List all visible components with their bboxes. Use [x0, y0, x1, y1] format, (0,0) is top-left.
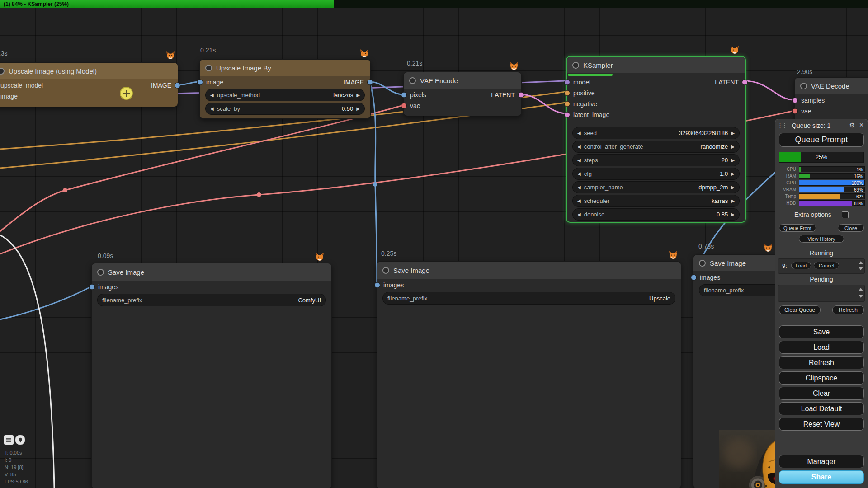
- node-title-bar[interactable]: Save Image: [377, 262, 681, 279]
- collapse-dot-icon[interactable]: [382, 267, 389, 274]
- input-port-samples[interactable]: [792, 98, 798, 103]
- widget-filename-prefix[interactable]: filename_prefix ComfyUI: [97, 294, 326, 306]
- collapse-dot-icon[interactable]: [0, 68, 5, 75]
- node-title-bar[interactable]: VAE Encode: [404, 72, 521, 89]
- decrement-arrow-icon[interactable]: ◀: [577, 199, 581, 203]
- save-button[interactable]: Save: [779, 325, 864, 338]
- decrement-arrow-icon[interactable]: ◀: [577, 185, 581, 190]
- output-port-image[interactable]: [367, 80, 373, 85]
- node-vae-decode[interactable]: VAE Decode samples vae: [794, 77, 868, 122]
- node-title-bar[interactable]: Save Image: [92, 263, 331, 281]
- node-save-image-2[interactable]: Save Image images filename_prefix Upscal…: [377, 261, 681, 488]
- drag-grip-icon[interactable]: ⋮⋮: [777, 122, 786, 129]
- node-title: VAE Encode: [420, 77, 458, 84]
- input-port-pixels[interactable]: [401, 92, 407, 98]
- scroll-up-icon[interactable]: [859, 288, 863, 291]
- decrement-arrow-icon[interactable]: ◀: [577, 131, 581, 136]
- increment-arrow-icon[interactable]: ▶: [356, 107, 360, 111]
- node-title-bar[interactable]: VAE Decode: [795, 78, 868, 94]
- increment-arrow-icon[interactable]: ▶: [731, 212, 735, 217]
- node-title-bar[interactable]: Upscale Image (using Model): [0, 63, 178, 79]
- input-port-latent-image[interactable]: [564, 112, 570, 118]
- share-button[interactable]: Share: [779, 470, 864, 484]
- widget-upscale-method[interactable]: ◀ upscale_method lanczos ▶: [205, 89, 365, 101]
- comfy-menu-panel[interactable]: ⋮⋮ Queue size: 1 ⚙ × Queue Prompt 25% CP…: [775, 119, 868, 488]
- collapse-dot-icon[interactable]: [800, 83, 807, 89]
- collapse-dot-icon[interactable]: [97, 269, 104, 276]
- increment-arrow-icon[interactable]: ▶: [731, 158, 735, 163]
- input-port-vae[interactable]: [792, 108, 798, 114]
- node-save-image-1[interactable]: Save Image images filename_prefix ComfyU…: [91, 263, 332, 488]
- widget-scheduler[interactable]: ◀ scheduler karras ▶: [572, 195, 740, 207]
- clear-button[interactable]: Clear: [779, 387, 864, 400]
- collapse-dot-icon[interactable]: [205, 65, 212, 71]
- load-button[interactable]: Load: [779, 341, 864, 354]
- output-port-latent[interactable]: [742, 80, 748, 85]
- clipspace-button[interactable]: Clipspace: [779, 371, 864, 385]
- close-button[interactable]: Close: [838, 224, 864, 232]
- node-ksampler[interactable]: KSampler model LATENT positive negative …: [566, 56, 746, 223]
- decrement-arrow-icon[interactable]: ◀: [210, 93, 214, 98]
- notifications-bell-button[interactable]: [15, 435, 25, 445]
- scroll-up-icon[interactable]: [859, 261, 863, 264]
- increment-arrow-icon[interactable]: ▶: [731, 145, 735, 149]
- decrement-arrow-icon[interactable]: ◀: [577, 172, 581, 176]
- load-default-button[interactable]: Load Default: [779, 402, 864, 415]
- scroll-down-icon[interactable]: [859, 267, 863, 270]
- node-title-bar[interactable]: KSampler: [567, 57, 745, 73]
- scroll-down-icon[interactable]: [859, 295, 863, 298]
- refresh-button[interactable]: Refresh: [779, 356, 864, 369]
- input-port-images[interactable]: [374, 282, 380, 288]
- reset-view-button[interactable]: Reset View: [779, 418, 864, 431]
- widget-cfg[interactable]: ◀ cfg 1.0 ▶: [572, 168, 740, 180]
- increment-arrow-icon[interactable]: ▶: [731, 131, 735, 136]
- output-port-image[interactable]: [175, 83, 180, 89]
- hud-stat-time: T: 0.00s: [5, 450, 22, 455]
- widget-filename-prefix[interactable]: filename_prefix Upscale: [382, 292, 675, 305]
- queue-front-button[interactable]: Queue Front: [779, 224, 816, 232]
- input-port-model[interactable]: [564, 80, 570, 85]
- load-queue-item-button[interactable]: Load: [791, 262, 811, 269]
- increment-arrow-icon[interactable]: ▶: [731, 185, 735, 190]
- comfyui-canvas[interactable]: 13s Upscale Image (using Model) upscale_…: [0, 0, 868, 488]
- node-vae-encode[interactable]: VAE Encode pixels LATENT vae: [403, 72, 522, 116]
- widget-steps[interactable]: ◀ steps 20 ▶: [572, 154, 740, 166]
- node-upscale-image-by[interactable]: Upscale Image By image IMAGE ◀ upscale_m…: [199, 59, 371, 119]
- collapse-dot-icon[interactable]: [699, 260, 706, 267]
- widget-sampler-name[interactable]: ◀ sampler_name dpmpp_2m ▶: [572, 181, 740, 193]
- extra-options-checkbox[interactable]: [842, 211, 849, 218]
- increment-arrow-icon[interactable]: ▶: [731, 172, 735, 176]
- input-port-positive[interactable]: [564, 90, 570, 96]
- cancel-queue-item-button[interactable]: Cancel: [814, 262, 839, 269]
- manager-button[interactable]: Manager: [779, 455, 864, 468]
- increment-arrow-icon[interactable]: ▶: [731, 199, 735, 203]
- decrement-arrow-icon[interactable]: ◀: [577, 158, 581, 163]
- widget-control-after-generate[interactable]: ◀ control_after_generate randomize ▶: [572, 141, 740, 153]
- clear-queue-button[interactable]: Clear Queue: [779, 305, 821, 314]
- input-port-images[interactable]: [691, 275, 697, 281]
- collapse-dot-icon[interactable]: [409, 77, 416, 84]
- output-port-latent[interactable]: [518, 92, 524, 98]
- collapse-dot-icon[interactable]: [572, 62, 579, 69]
- refresh-queue-button[interactable]: Refresh: [832, 305, 864, 314]
- widget-value: randomize: [701, 143, 728, 150]
- view-history-button[interactable]: View History: [799, 235, 844, 243]
- decrement-arrow-icon[interactable]: ◀: [577, 145, 581, 149]
- fox-badge-icon: [730, 45, 740, 54]
- input-port-image[interactable]: [197, 80, 203, 85]
- input-port-negative[interactable]: [564, 101, 570, 107]
- node-title-bar[interactable]: Upscale Image By: [200, 60, 370, 76]
- node-upscale-image-using-model[interactable]: Upscale Image (using Model) upscale_mode…: [0, 62, 178, 107]
- workflow-list-button[interactable]: [4, 435, 14, 445]
- settings-gear-icon[interactable]: ⚙: [849, 122, 855, 129]
- decrement-arrow-icon[interactable]: ◀: [210, 107, 214, 111]
- decrement-arrow-icon[interactable]: ◀: [577, 212, 581, 217]
- increment-arrow-icon[interactable]: ▶: [356, 93, 360, 98]
- input-port-images[interactable]: [89, 284, 95, 290]
- widget-denoise[interactable]: ◀ denoise 0.85 ▶: [572, 208, 740, 221]
- widget-scale-by[interactable]: ◀ scale_by 0.50 ▶: [205, 103, 365, 115]
- queue-prompt-button[interactable]: Queue Prompt: [779, 133, 864, 147]
- widget-seed[interactable]: ◀ seed 329306432268186 ▶: [572, 127, 740, 139]
- panel-close-icon[interactable]: ×: [859, 121, 863, 129]
- input-port-vae[interactable]: [401, 103, 407, 109]
